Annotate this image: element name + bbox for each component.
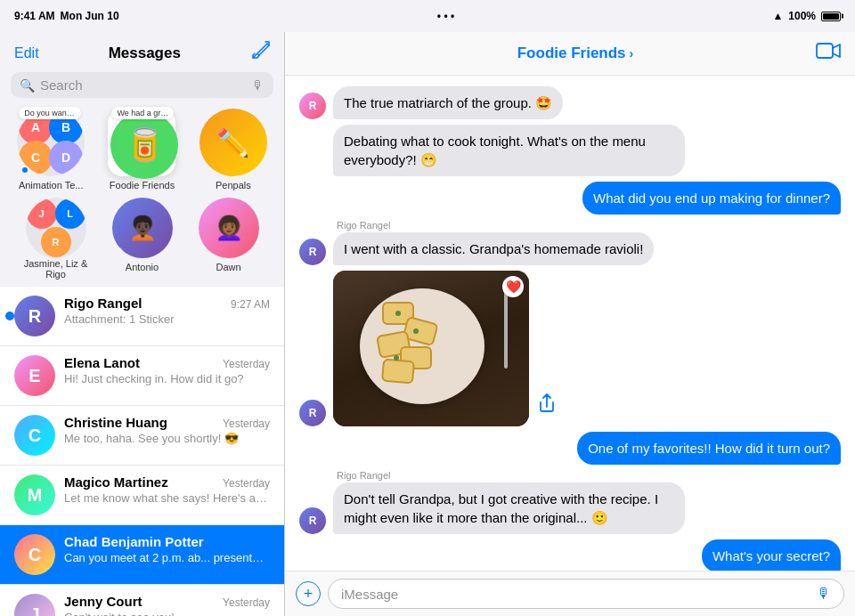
jenny-name: Jenny Court: [64, 594, 142, 609]
msg-bubble-6: One of my favorites!! How did it turn ou…: [577, 432, 841, 465]
rigo-name: Rigo Rangel: [64, 296, 142, 311]
magico-name: Magico Martinez: [64, 474, 168, 490]
msg-bubble-8: What's your secret?: [702, 539, 841, 571]
msg-avatar-5: R: [299, 400, 326, 426]
pinned-bottom-row: J L R Jasmine, Liz & Rigo 🧑🏿‍🦱 Antonio: [7, 198, 277, 280]
chat-chevron-icon: ›: [630, 46, 634, 61]
foodie-icon: 🥫: [110, 111, 178, 179]
imessage-input[interactable]: iMessage 🎙: [328, 579, 844, 609]
compose-button[interactable]: [250, 41, 270, 65]
conv-item-christine[interactable]: C Christine Huang Yesterday Me too, haha…: [0, 406, 284, 466]
elena-content: Elena Lanot Yesterday Hi! Just checking …: [64, 355, 270, 385]
foodie-bubble: We had a great time. Home with...: [111, 107, 174, 119]
messages-header: Edit Messages: [0, 32, 284, 72]
conv-item-rigo[interactable]: R Rigo Rangel 9:27 AM Attachment: 1 Stic…: [0, 287, 284, 346]
rigo-avatar: R: [14, 296, 55, 336]
msg-bubble-group-2: Debating what to cook tonight. What's on…: [333, 125, 685, 176]
pinned-avatar-container-foodie: 🥫 We had a great time. Home with...: [108, 109, 175, 176]
status-date: Mon Jun 10: [61, 10, 119, 22]
app-container: Edit Messages 🔍 Search 🎙: [0, 32, 855, 616]
msg-bubble-group-6: One of my favorites!! How did it turn ou…: [577, 432, 841, 465]
chad-preview: Can you meet at 2 p.m. ab... presentatio…: [64, 551, 270, 564]
conv-item-chad[interactable]: C Chad Benjamin Potter Can you meet at 2…: [0, 525, 284, 585]
msg-row-5: R: [299, 271, 841, 426]
msg-row-3: What did you end up making for dinner?: [299, 182, 841, 215]
penpals-label: Penpals: [216, 180, 251, 190]
add-button[interactable]: +: [296, 581, 321, 606]
christine-avatar: C: [14, 415, 55, 456]
share-button[interactable]: [538, 393, 556, 417]
status-bar: 9:41 AM Mon Jun 10 • • • ▲ 100%: [0, 0, 855, 32]
conv-item-jenny[interactable]: J Jenny Court Yesterday Can't wait to se…: [0, 585, 284, 616]
input-mic-icon[interactable]: 🎙: [817, 586, 831, 602]
christine-content: Christine Huang Yesterday Me too, haha. …: [64, 415, 270, 445]
msg-row-2: Debating what to cook tonight. What's on…: [299, 125, 841, 176]
elena-name: Elena Lanot: [64, 355, 140, 370]
messages-title: Messages: [109, 45, 181, 62]
magico-preview: Let me know what she says! Here's anothe…: [64, 491, 270, 505]
chat-header: Foodie Friends ›: [285, 32, 855, 76]
pinned-item-jasmine[interactable]: J L R Jasmine, Liz & Rigo: [14, 198, 97, 280]
svg-rect-0: [817, 44, 833, 58]
conv-item-elena[interactable]: E Elena Lanot Yesterday Hi! Just checkin…: [0, 346, 284, 406]
msg-bubble-7: Don't tell Grandpa, but I got creative w…: [333, 482, 685, 534]
msg-avatar-1: R: [299, 93, 326, 119]
conv-item-magico[interactable]: M Magico Martinez Yesterday Let me know …: [0, 466, 284, 525]
msg-bubble-4: I went with a classic. Grandpa's homemad…: [333, 232, 654, 265]
rigo-time: 9:27 AM: [231, 298, 270, 311]
input-area: + iMessage 🎙: [285, 571, 855, 616]
conversation-list: R Rigo Rangel 9:27 AM Attachment: 1 Stic…: [0, 287, 284, 616]
pinned-item-animation[interactable]: A B C D Do you want to review all the re…: [7, 109, 94, 190]
sender-name-7: Rigo Rangel: [337, 470, 685, 481]
animation-label: Animation Te...: [19, 180, 84, 190]
msg-row-8: What's your secret? Read: [299, 539, 841, 571]
msg-row-6: One of my favorites!! How did it turn ou…: [299, 432, 841, 465]
pinned-top-row: A B C D Do you want to review all the re…: [7, 109, 277, 190]
chat-title-text: Foodie Friends: [517, 45, 626, 62]
food-image: [333, 271, 529, 426]
chad-name: Chad Benjamin Potter: [64, 534, 204, 549]
battery-percent: 100%: [788, 10, 816, 22]
search-icon: 🔍: [20, 78, 35, 93]
video-call-button[interactable]: [816, 41, 841, 66]
msg-bubble-group-4: Rigo Rangel I went with a classic. Grand…: [333, 220, 654, 265]
elena-time: Yesterday: [223, 358, 270, 370]
status-bar-center: • • •: [437, 10, 454, 22]
pinned-avatar-container-penpals: ✏️: [200, 109, 267, 176]
pinned-item-antonio[interactable]: 🧑🏿‍🦱 Antonio: [101, 198, 183, 280]
left-panel: Edit Messages 🔍 Search 🎙: [0, 32, 285, 616]
right-panel: Foodie Friends › R The true matriarch of…: [285, 32, 855, 616]
antonio-label: Antonio: [126, 262, 159, 272]
pinned-item-dawn[interactable]: 👩🏾‍🦱 Dawn: [187, 198, 270, 280]
edit-button[interactable]: Edit: [14, 45, 39, 61]
wifi-icon: ▲: [772, 10, 783, 22]
msg-bubble-2: Debating what to cook tonight. What's on…: [333, 125, 685, 176]
jenny-preview: Can't wait to see you!: [64, 611, 270, 616]
christine-time: Yesterday: [223, 417, 270, 430]
magico-content: Magico Martinez Yesterday Let me know wh…: [64, 474, 270, 505]
penpals-icon: ✏️: [200, 109, 267, 176]
pinned-item-foodie[interactable]: 🥫 We had a great time. Home with... Food…: [98, 109, 185, 190]
jasmine-group-avatar: J L R: [26, 198, 86, 258]
dots-indicator: • • •: [437, 10, 454, 22]
msg-bubble-group-7: Rigo Rangel Don't tell Grandpa, but I go…: [333, 470, 685, 534]
sender-name-4: Rigo Rangel: [337, 220, 654, 231]
elena-preview: Hi! Just checking in. How did it go?: [64, 372, 270, 385]
mic-icon[interactable]: 🎙: [252, 78, 265, 93]
input-placeholder: iMessage: [341, 587, 398, 602]
msg-bubble-group-1: The true matriarch of the group. 🤩: [333, 86, 563, 119]
search-placeholder: Search: [40, 77, 247, 93]
msg-avatar-7: R: [299, 507, 326, 534]
search-bar[interactable]: 🔍 Search 🎙: [11, 72, 273, 98]
msg-row-1: R The true matriarch of the group. 🤩: [299, 86, 841, 119]
dawn-label: Dawn: [216, 262, 240, 272]
battery-icon: [821, 12, 841, 21]
chat-title[interactable]: Foodie Friends ›: [517, 45, 634, 62]
pinned-item-penpals[interactable]: ✏️ Penpals: [190, 109, 277, 190]
jasmine-label: Jasmine, Liz & Rigo: [14, 258, 97, 280]
antonio-avatar: 🧑🏿‍🦱: [112, 198, 173, 258]
status-bar-left: 9:41 AM Mon Jun 10: [14, 10, 119, 22]
christine-preview: Me too, haha. See you shortly! 😎: [64, 432, 270, 445]
chad-avatar: C: [14, 534, 55, 575]
animation-bubble: Do you want to review all the rend...: [19, 107, 81, 119]
